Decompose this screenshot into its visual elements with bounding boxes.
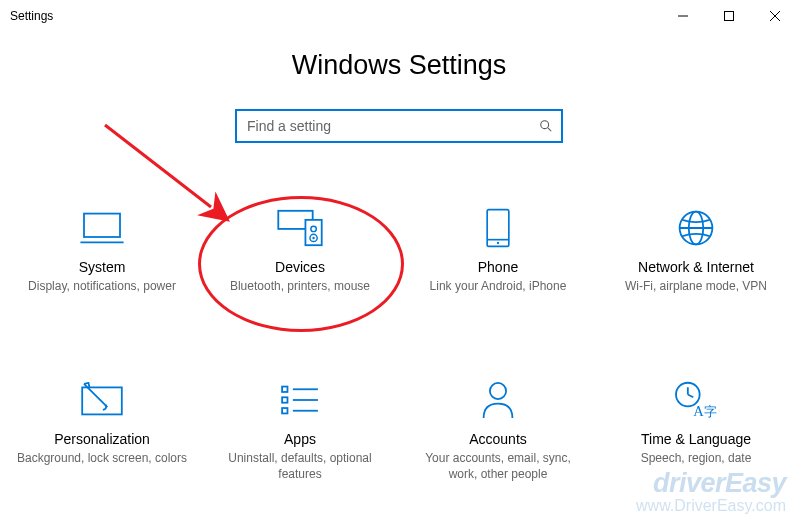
tile-personalization[interactable]: Personalization Background, lock screen,… xyxy=(3,379,201,482)
tile-title: System xyxy=(79,259,126,275)
tile-title: Devices xyxy=(275,259,325,275)
tile-title: Personalization xyxy=(54,431,150,447)
tile-subtitle: Background, lock screen, colors xyxy=(5,450,199,466)
svg-point-18 xyxy=(497,242,499,244)
minimize-button[interactable] xyxy=(660,0,706,32)
system-icon xyxy=(80,207,124,249)
search-input[interactable] xyxy=(247,118,533,134)
search-icon[interactable] xyxy=(533,119,553,133)
tile-title: Phone xyxy=(478,259,518,275)
tile-title: Time & Language xyxy=(641,431,751,447)
svg-text:A: A xyxy=(693,404,704,420)
tile-subtitle: Speech, region, date xyxy=(629,450,764,466)
svg-line-5 xyxy=(548,128,551,131)
tile-accounts[interactable]: Accounts Your accounts, email, sync, wor… xyxy=(399,379,597,482)
tile-devices[interactable]: Devices Bluetooth, printers, mouse xyxy=(201,207,399,294)
tile-network[interactable]: Network & Internet Wi-Fi, airplane mode,… xyxy=(597,207,795,294)
svg-rect-16 xyxy=(487,210,509,247)
tile-subtitle: Uninstall, defaults, optional features xyxy=(201,450,399,482)
tile-subtitle: Link your Android, iPhone xyxy=(418,278,579,294)
tile-title: Network & Internet xyxy=(638,259,754,275)
devices-icon xyxy=(276,207,324,249)
tile-subtitle: Display, notifications, power xyxy=(16,278,188,294)
titlebar: Settings xyxy=(0,0,798,32)
tile-system[interactable]: System Display, notifications, power xyxy=(3,207,201,294)
search-row xyxy=(0,109,798,143)
svg-point-4 xyxy=(541,121,549,129)
svg-point-30 xyxy=(490,383,506,399)
tile-title: Accounts xyxy=(469,431,527,447)
tile-subtitle: Bluetooth, printers, mouse xyxy=(218,278,382,294)
apps-icon xyxy=(280,379,320,421)
watermark-url: www.DriverEasy.com xyxy=(636,497,786,515)
svg-point-15 xyxy=(312,237,314,239)
svg-rect-24 xyxy=(282,387,287,392)
search-box[interactable] xyxy=(235,109,563,143)
globe-icon xyxy=(676,207,716,249)
phone-icon xyxy=(485,207,511,249)
accounts-icon xyxy=(480,379,516,421)
tile-phone[interactable]: Phone Link your Android, iPhone xyxy=(399,207,597,294)
svg-rect-25 xyxy=(282,398,287,403)
svg-rect-6 xyxy=(84,214,120,237)
tile-subtitle: Wi-Fi, airplane mode, VPN xyxy=(613,278,779,294)
close-button[interactable] xyxy=(752,0,798,32)
tile-apps[interactable]: Apps Uninstall, defaults, optional featu… xyxy=(201,379,399,482)
svg-line-33 xyxy=(688,395,693,398)
window-title: Settings xyxy=(10,9,660,23)
maximize-button[interactable] xyxy=(706,0,752,32)
time-language-icon: A 字 xyxy=(673,379,719,421)
personalization-icon xyxy=(80,379,124,421)
svg-text:字: 字 xyxy=(704,405,717,420)
svg-rect-26 xyxy=(282,408,287,413)
tile-time-language[interactable]: A 字 Time & Language Speech, region, date xyxy=(597,379,795,482)
svg-rect-1 xyxy=(725,12,734,21)
tile-subtitle: Your accounts, email, sync, work, other … xyxy=(399,450,597,482)
tile-title: Apps xyxy=(284,431,316,447)
page-title: Windows Settings xyxy=(0,50,798,81)
settings-grid: System Display, notifications, power Dev… xyxy=(0,207,798,483)
